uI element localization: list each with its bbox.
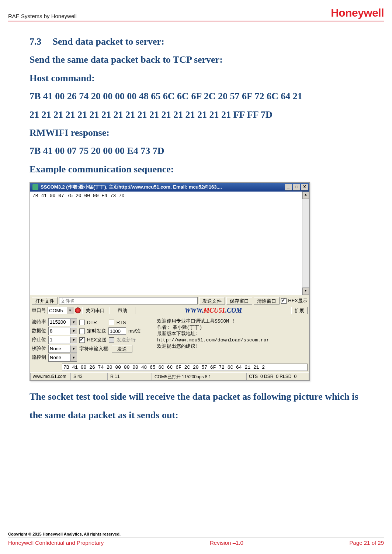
response-hex: 7B 41 00 07 75 20 00 00 E4 73 7D (30, 142, 362, 160)
subtitle-1: Send the same data packet back to TCP se… (30, 51, 362, 69)
header-left-text: RAE Systems by Honeywell (8, 13, 77, 19)
flow-label: 流控制 (32, 354, 46, 362)
app-icon (32, 184, 38, 190)
document-body: 7.3 Send data packet to server: Send the… (8, 21, 384, 424)
settings-panel: 波特率 数据位 停止位 校验位 流控制 115200▼ 8▼ 1▼ None▼ … (30, 317, 309, 363)
status-port: COM5已打开 115200bps 8 1 (152, 373, 246, 380)
dtr-checkbox[interactable] (79, 320, 85, 325)
clear-window-button[interactable]: 清除窗口 (254, 297, 280, 304)
close-button[interactable]: X (301, 184, 308, 190)
timed-send-label: 定时发送 (87, 328, 106, 334)
status-indicator-icon (75, 307, 81, 313)
output-text: 7B 41 00 07 75 20 00 00 E4 73 7D (32, 193, 125, 199)
hex-display-label: HEX显示 (288, 297, 308, 304)
chevron-down-icon: ▼ (70, 328, 77, 334)
info-line: 作者: 聂小猛(丁丁) (157, 324, 308, 331)
timed-send-checkbox[interactable] (79, 328, 85, 334)
status-bar: www.mcu51.com S:43 R:11 COM5已打开 115200bp… (30, 372, 309, 380)
stopbits-select[interactable]: 1▼ (48, 336, 77, 344)
chevron-down-icon: ▼ (70, 354, 77, 361)
send-button[interactable]: 发送 (112, 345, 132, 352)
hex-send-checkbox[interactable] (79, 337, 85, 343)
save-window-button[interactable]: 保存窗口 (226, 297, 252, 304)
closing-text: The socket test tool side will receive t… (30, 388, 362, 424)
scrollbar[interactable]: ▲ ▼ (302, 192, 309, 295)
page-footer: Copyright © 2015 Honeywell Analytics, Al… (8, 532, 384, 546)
chevron-down-icon: ▼ (67, 307, 73, 314)
response-label: RMWIFI response: (30, 124, 362, 142)
rts-label: RTS (117, 320, 126, 325)
info-line: 欢迎提出您的建议! (157, 343, 308, 350)
filename-input[interactable] (59, 297, 198, 304)
status-sent: S:43 (71, 373, 108, 380)
scroll-up-icon[interactable]: ▲ (302, 192, 309, 199)
status-site: www.mcu51.com (30, 373, 71, 380)
host-command-hex-2: 21 21 21 21 21 21 21 21 21 21 21 21 21 2… (30, 106, 362, 124)
rts-checkbox[interactable] (109, 320, 114, 325)
window-title: SSCOM3.2 (作者:聂小猛(丁丁), 主页http://www.mcu51… (40, 184, 285, 190)
port-value: COM5 (49, 308, 67, 313)
example-label: Example communication sequence: (30, 160, 362, 178)
footer-left: Honeywell Confidential and Proprietary (8, 540, 104, 546)
interval-unit: ms/次 (128, 328, 141, 334)
page-header: RAE Systems by Honeywell Honeywell (8, 7, 384, 21)
port-select[interactable]: COM5 ▼ (48, 307, 73, 314)
databits-select[interactable]: 8▼ (48, 327, 77, 335)
open-file-button[interactable]: 打开文件 (32, 297, 58, 304)
serial-output-area[interactable]: 7B 41 00 07 75 20 00 00 E4 73 7D ▲ ▼ (30, 192, 309, 295)
input-box-label: 字符串输入框: (79, 345, 110, 352)
dtr-label: DTR (87, 320, 97, 325)
databits-label: 数据位 (32, 327, 46, 335)
port-label: 串口号 (32, 307, 46, 314)
baud-select[interactable]: 115200▼ (48, 318, 77, 326)
sscom-window: SSCOM3.2 (作者:聂小猛(丁丁), 主页http://www.mcu51… (30, 182, 310, 381)
send-file-button[interactable]: 发送文件 (199, 297, 225, 304)
status-lines: CTS=0 DSR=0 RLSD=0 (246, 373, 309, 380)
titlebar[interactable]: SSCOM3.2 (作者:聂小猛(丁丁), 主页http://www.mcu51… (30, 183, 309, 192)
honeywell-logo: Honeywell (331, 7, 384, 19)
info-line: 欢迎使用专业串口调试工具SSCOM ! (157, 318, 308, 324)
minimize-button[interactable]: _ (285, 184, 292, 190)
interval-input[interactable] (108, 327, 126, 335)
copyright-text: Copyright © 2015 Honeywell Analytics, Al… (8, 532, 384, 537)
send-data-input[interactable] (62, 364, 308, 371)
section-heading: 7.3 Send data packet to server: (30, 32, 362, 51)
info-panel: 欢迎使用专业串口调试工具SSCOM ! 作者: 聂小猛(丁丁) 最新版本下载地址… (157, 318, 308, 362)
footer-right: Page 21 of 29 (350, 540, 384, 546)
maximize-button[interactable]: □ (293, 184, 300, 190)
footer-mid: Revision –1.0 (210, 540, 243, 546)
toolbar-panel: 打开文件 发送文件 保存窗口 清除窗口 HEX显示 串口号 COM5 ▼ 关闭串… (30, 295, 309, 317)
parity-select[interactable]: None▼ (48, 345, 77, 353)
hex-display-checkbox[interactable] (281, 298, 287, 304)
hex-send-label: HEX发送 (87, 337, 107, 343)
host-command-hex-1: 7B 41 00 26 74 20 00 00 00 48 65 6C 6C 6… (30, 87, 362, 105)
section-number: 7.3 (30, 32, 42, 51)
send-newline-label: 发送新行 (117, 337, 136, 343)
close-port-button[interactable]: 关闭串口 (82, 307, 108, 314)
mcu51-link[interactable]: WWW.MCU51.COM (137, 307, 290, 314)
chevron-down-icon: ▼ (70, 337, 77, 343)
baud-label: 波特率 (32, 318, 46, 326)
status-recv: R:11 (108, 373, 152, 380)
send-newline-checkbox (109, 337, 114, 343)
chevron-down-icon: ▼ (70, 345, 77, 352)
help-button[interactable]: 帮助 (110, 307, 135, 314)
scroll-down-icon[interactable]: ▼ (302, 288, 309, 295)
info-line: http://www.mcu51.com/download/sscom.rar (157, 337, 308, 343)
chevron-down-icon: ▼ (70, 319, 77, 326)
info-line: 最新版本下载地址: (157, 331, 308, 337)
stopbits-label: 停止位 (32, 336, 46, 344)
host-command-label: Host command: (30, 69, 362, 87)
flow-select[interactable]: None▼ (48, 354, 77, 362)
section-title: Send data packet to server: (53, 32, 164, 51)
expand-button[interactable]: 扩展 (291, 307, 308, 314)
parity-label: 校验位 (32, 345, 46, 353)
